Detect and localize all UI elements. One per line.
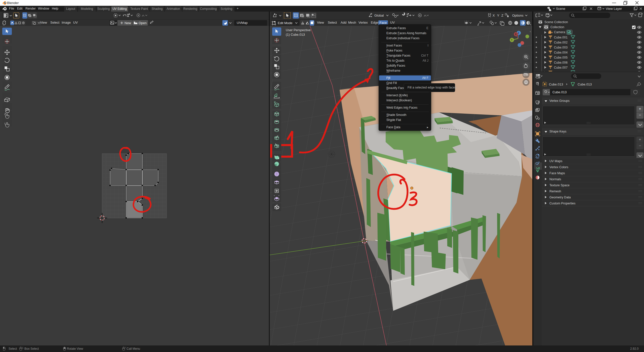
svg-text:::::: :::: [638, 190, 642, 192]
svg-text:Normals: Normals [549, 178, 561, 181]
svg-text:Cube.001: Cube.001 [554, 36, 568, 39]
svg-text:Geometry Data: Geometry Data [549, 196, 571, 199]
svg-text:Cube.013: Cube.013 [578, 82, 592, 86]
svg-text:Cube.003: Cube.003 [554, 46, 568, 49]
svg-text:Z: Z [518, 32, 519, 34]
svg-text:Open: Open [139, 21, 147, 25]
svg-text:::::: :::: [638, 196, 642, 198]
svg-text:::::: :::: [638, 202, 642, 204]
svg-text:Z: Z [501, 14, 503, 17]
svg-text:::::: :::: [638, 184, 642, 186]
svg-text:Cube.004: Cube.004 [554, 51, 568, 54]
svg-text:::::: :::: [638, 159, 642, 162]
svg-text:‹: ‹ [530, 29, 531, 33]
svg-text:Y: Y [511, 39, 513, 41]
svg-text:::::: :::: [587, 121, 591, 124]
svg-text:Custom Properties: Custom Properties [549, 202, 576, 205]
svg-text:::::: :::: [638, 171, 642, 174]
svg-text:X: X [493, 14, 495, 17]
svg-text:Global: Global [374, 14, 384, 17]
svg-text:New: New [125, 21, 131, 25]
svg-text:Options: Options [512, 14, 524, 17]
svg-text:::::: :::: [638, 165, 642, 168]
svg-text:Remesh: Remesh [549, 190, 561, 193]
svg-text:Cube.005: Cube.005 [554, 56, 568, 59]
svg-text:Face Maps: Face Maps [549, 171, 565, 175]
svg-text:Cube.002: Cube.002 [554, 41, 568, 44]
svg-text:X: X [515, 33, 517, 36]
svg-text:Cube.013: Cube.013 [549, 82, 563, 86]
svg-text:Cube.007: Cube.007 [554, 66, 568, 69]
svg-text:Texture Space: Texture Space [549, 184, 570, 187]
svg-text:Vertex Colors: Vertex Colors [549, 165, 568, 169]
svg-text:Cube.006: Cube.006 [554, 61, 568, 64]
svg-text:::::: :::: [638, 178, 642, 180]
svg-text:::::: :::: [587, 153, 591, 156]
svg-text:Edit Mode: Edit Mode [278, 21, 293, 25]
svg-text:Y: Y [497, 14, 499, 17]
svg-text:UV Maps: UV Maps [549, 159, 562, 163]
